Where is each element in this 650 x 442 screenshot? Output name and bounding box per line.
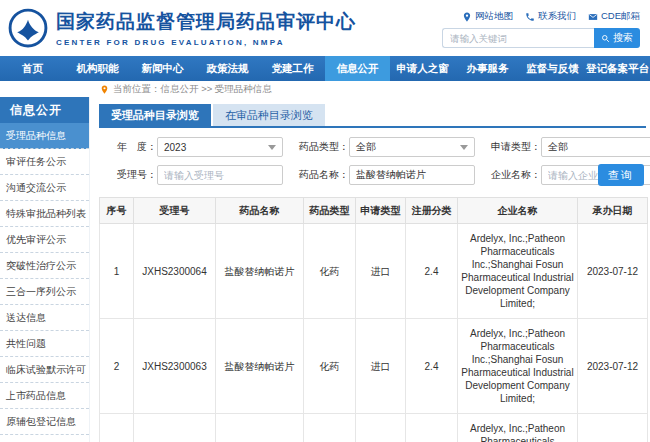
table-row[interactable]: 3JXHS2300062盐酸替纳帕诺片化药进口2.4Ardelyx, Inc.;…: [100, 414, 648, 442]
drug-name-field: 药品名称：: [291, 165, 475, 185]
sidebar-item[interactable]: 审评任务公示: [0, 149, 89, 175]
filter-row-2: 受理号： 药品名称： 企业名称： 查询: [99, 165, 646, 185]
table-cell-reg-class: 2.4: [406, 224, 458, 319]
filter-row-1: 年 度： 2023 药品类型： 全部 申请类: [99, 137, 646, 157]
table-cell-company: Ardelyx, Inc.;Patheon Pharmaceuticals In…: [458, 319, 578, 414]
table-cell-drug-name: 盐酸替纳帕诺片: [216, 224, 304, 319]
nav-item[interactable]: 登记备案平台: [585, 56, 650, 81]
company-label: 企业名称：: [483, 168, 541, 182]
column-header: 药品类型: [304, 198, 356, 224]
quick-links: 网站地图联系我们CDE邮箱: [462, 10, 640, 23]
column-header: 药品名称: [216, 198, 304, 224]
nav-item[interactable]: 新闻中心: [130, 56, 195, 81]
sidebar-items: 受理品种信息审评任务公示沟通交流公示特殊审批品种列表优先审评公示突破性治疗公示三…: [0, 123, 89, 442]
apply-type-select[interactable]: 全部: [541, 137, 650, 157]
nav-item[interactable]: 党建工作: [260, 56, 325, 81]
year-select[interactable]: 2023: [157, 137, 283, 157]
tab-bar: 受理品种目录浏览在审品种目录浏览: [99, 104, 646, 128]
nav-item[interactable]: 监督与反馈: [520, 56, 585, 81]
apply-type-select-value: 全部: [548, 140, 568, 154]
nav-item[interactable]: 信息公开: [325, 56, 390, 81]
quick-link-label: 网站地图: [475, 10, 513, 23]
nav-item[interactable]: 申请人之窗: [390, 56, 455, 81]
quick-link-label: 联系我们: [538, 10, 576, 23]
sidebar-item[interactable]: 临床试验默示许可: [0, 357, 89, 383]
drug-name-label: 药品名称：: [291, 168, 349, 182]
apply-type-field: 申请类型： 全部: [483, 137, 650, 157]
filter-form: 年 度： 2023 药品类型： 全部 申请类: [99, 128, 646, 197]
year-select-value: 2023: [164, 142, 186, 153]
apply-type-label: 申请类型：: [483, 140, 541, 154]
sidebar-item[interactable]: 三合一序列公示: [0, 279, 89, 305]
acceptance-no-label: 受理号：: [99, 168, 157, 182]
table-body: 1JXHS2300064盐酸替纳帕诺片化药进口2.4Ardelyx, Inc.;…: [100, 224, 648, 442]
table-cell-seq: 2: [100, 319, 134, 414]
table-cell-apply-type: 进口: [356, 224, 406, 319]
phone-icon: [525, 12, 535, 22]
search-box: 搜索: [442, 28, 640, 48]
query-button[interactable]: 查询: [598, 164, 644, 186]
table-cell-date: 2023-07-12: [578, 319, 648, 414]
table-cell-drug-type: 化药: [304, 319, 356, 414]
tab[interactable]: 受理品种目录浏览: [99, 104, 211, 126]
table-cell-acceptance-no: JXHS2300064: [134, 224, 216, 319]
search-button[interactable]: 搜索: [594, 28, 640, 48]
drug-type-select[interactable]: 全部: [349, 137, 475, 157]
cde-mail-link[interactable]: CDE邮箱: [588, 10, 640, 23]
acceptance-no-input[interactable]: [157, 165, 283, 185]
sidebar-item[interactable]: 沟通交流公示: [0, 175, 89, 201]
quick-link-label: CDE邮箱: [601, 10, 640, 23]
sidebar-item[interactable]: 共性问题: [0, 331, 89, 357]
sidebar-item[interactable]: 原辅包登记信息: [0, 409, 89, 435]
table-cell-acceptance-no: JXHS2300062: [134, 414, 216, 442]
sidebar-item[interactable]: 上市药品信息: [0, 383, 89, 409]
year-label: 年 度：: [99, 140, 157, 154]
site-subtitle: CENTER FOR DRUG EVALUATION, NMPA: [56, 38, 356, 47]
table-cell-reg-class: 2.4: [406, 414, 458, 442]
chevron-down-icon: [460, 145, 468, 150]
drug-type-select-value: 全部: [356, 140, 376, 154]
site-titles: 国家药品监督管理局药品审评中心 CENTER FOR DRUG EVALUATI…: [56, 9, 356, 47]
breadcrumb-text: 当前位置：信息公开 >> 受理品种信息: [113, 83, 272, 96]
table-cell-drug-name: 盐酸替纳帕诺片: [216, 414, 304, 442]
sidebar-item[interactable]: 优先审评公示: [0, 227, 89, 253]
table-cell-acceptance-no: JXHS2300063: [134, 319, 216, 414]
sidebar-item[interactable]: 药品品种信息: [0, 435, 89, 442]
sidebar-item[interactable]: 突破性治疗公示: [0, 253, 89, 279]
content: 信息公开 受理品种信息审评任务公示沟通交流公示特殊审批品种列表优先审评公示突破性…: [0, 97, 650, 442]
table-cell-seq: 3: [100, 414, 134, 442]
search-input[interactable]: [442, 28, 594, 48]
table-cell-company: Ardelyx, Inc.;Patheon Pharmaceuticals In…: [458, 414, 578, 442]
results-table: 序号受理号药品名称药品类型申请类型注册分类企业名称承办日期 1JXHS23000…: [99, 197, 648, 442]
column-header: 申请类型: [356, 198, 406, 224]
year-field: 年 度： 2023: [99, 137, 283, 157]
table-cell-drug-type: 化药: [304, 414, 356, 442]
sidebar-item[interactable]: 特殊审批品种列表: [0, 201, 89, 227]
site-map-link[interactable]: 网站地图: [462, 10, 513, 23]
drug-name-input[interactable]: [349, 165, 475, 185]
nav-item[interactable]: 政策法规: [195, 56, 260, 81]
table-cell-date: 2023-07-12: [578, 414, 648, 442]
sidebar-title: 信息公开: [0, 97, 89, 123]
location-pin-icon: [100, 84, 109, 95]
sidebar-item[interactable]: 受理品种信息: [0, 123, 89, 149]
table-cell-drug-name: 盐酸替纳帕诺片: [216, 319, 304, 414]
site-header: 国家药品监督管理局药品审评中心 CENTER FOR DRUG EVALUATI…: [0, 0, 650, 56]
nav-item[interactable]: 机构职能: [65, 56, 130, 81]
search-icon: [601, 34, 610, 43]
location-icon: [462, 12, 472, 22]
site-title: 国家药品监督管理局药品审评中心: [56, 9, 356, 35]
nav-item[interactable]: 办事服务: [455, 56, 520, 81]
tab[interactable]: 在审品种目录浏览: [213, 104, 325, 126]
sidebar-item[interactable]: 送达信息: [0, 305, 89, 331]
table-row[interactable]: 2JXHS2300063盐酸替纳帕诺片化药进口2.4Ardelyx, Inc.;…: [100, 319, 648, 414]
search-button-label: 搜索: [613, 31, 633, 45]
main-panel: 受理品种目录浏览在审品种目录浏览 年 度： 2023 药品类型： 全部: [90, 97, 650, 442]
nav-item[interactable]: 首页: [0, 56, 65, 81]
table-cell-drug-type: 化药: [304, 224, 356, 319]
table-cell-seq: 1: [100, 224, 134, 319]
table-row[interactable]: 1JXHS2300064盐酸替纳帕诺片化药进口2.4Ardelyx, Inc.;…: [100, 224, 648, 319]
table-cell-company: Ardelyx, Inc.;Patheon Pharmaceuticals In…: [458, 224, 578, 319]
contact-us-link[interactable]: 联系我们: [525, 10, 576, 23]
drug-type-label: 药品类型：: [291, 140, 349, 154]
